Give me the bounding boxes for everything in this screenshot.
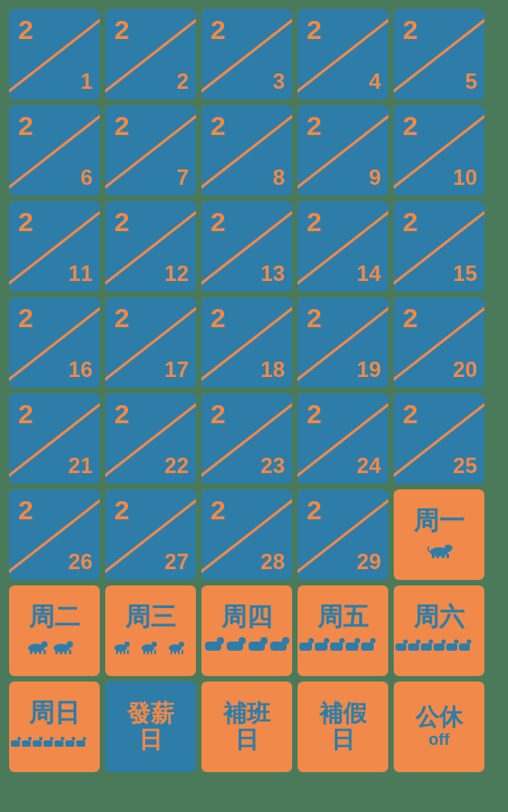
month-label: 2 <box>18 112 34 140</box>
month-label: 2 <box>403 16 418 44</box>
special-label-makeUpWork: 補班日 <box>223 701 270 752</box>
day-label: 11 <box>68 263 93 285</box>
date-tile-22: 2 22 <box>105 393 196 484</box>
svg-rect-63 <box>446 643 457 651</box>
day-label: 21 <box>68 455 93 477</box>
date-tile-13: 2 13 <box>201 201 292 292</box>
svg-rect-5 <box>446 554 449 558</box>
date-tile-15: 2 15 <box>394 201 484 292</box>
svg-point-8 <box>42 642 48 648</box>
svg-point-26 <box>151 642 157 647</box>
weekday-tile-thursday: 周四 <box>201 585 292 676</box>
animal-icon-saturday <box>396 634 483 658</box>
animal-icon-tuesday <box>18 636 91 658</box>
day-label: 22 <box>164 455 189 477</box>
svg-rect-11 <box>39 651 42 654</box>
month-label: 2 <box>210 304 226 332</box>
day-label: 7 <box>177 167 189 188</box>
date-tile-29: 2 29 <box>298 489 388 580</box>
special-label-makeUpHoliday: 補假日 <box>319 701 366 752</box>
svg-rect-4 <box>442 555 444 558</box>
special-tile-makeUpHoliday: 補假日 <box>298 682 388 772</box>
off-label: off <box>429 730 450 749</box>
weekday-label-wednesday: 周三 <box>125 604 176 632</box>
svg-rect-53 <box>361 643 374 651</box>
month-label: 2 <box>18 401 34 428</box>
svg-rect-28 <box>147 651 149 654</box>
svg-point-76 <box>61 737 64 740</box>
month-label: 2 <box>307 16 322 44</box>
svg-point-48 <box>324 638 329 643</box>
day-label: 27 <box>164 551 189 573</box>
svg-rect-67 <box>11 740 20 747</box>
svg-point-44 <box>282 637 289 644</box>
svg-rect-55 <box>396 643 406 651</box>
date-tile-7: 2 7 <box>105 105 196 196</box>
special-label-publicHoliday: 公休 <box>415 704 463 730</box>
svg-rect-79 <box>76 740 85 747</box>
animal-icon-monday <box>417 540 461 562</box>
svg-point-80 <box>83 737 86 740</box>
month-label: 2 <box>307 497 322 524</box>
day-label: 29 <box>357 551 381 573</box>
month-label: 2 <box>210 208 226 236</box>
day-label: 23 <box>260 455 285 477</box>
date-tile-4: 2 4 <box>298 9 388 100</box>
svg-point-78 <box>72 737 75 740</box>
date-tile-11: 2 11 <box>9 201 100 292</box>
weekday-label-saturday: 周六 <box>414 604 464 632</box>
day-label: 4 <box>369 71 381 92</box>
svg-point-38 <box>217 637 224 644</box>
month-label: 2 <box>307 112 322 140</box>
svg-point-6 <box>449 546 453 549</box>
date-tile-23: 2 23 <box>201 393 292 484</box>
day-label: 1 <box>81 71 93 92</box>
date-tile-21: 2 21 <box>9 393 100 484</box>
date-tile-19: 2 19 <box>298 297 388 388</box>
day-label: 2 <box>177 71 189 92</box>
svg-rect-73 <box>44 740 53 747</box>
weekday-label-sunday: 周日 <box>29 700 80 728</box>
svg-point-52 <box>355 638 360 643</box>
month-label: 2 <box>18 208 34 236</box>
svg-point-56 <box>404 640 408 644</box>
svg-rect-22 <box>120 651 122 654</box>
month-label: 2 <box>403 304 418 332</box>
svg-point-14 <box>67 642 73 648</box>
svg-rect-59 <box>421 643 432 651</box>
weekday-tile-tuesday: 周二 <box>9 585 100 676</box>
month-label: 2 <box>307 401 322 428</box>
date-tile-18: 2 18 <box>201 297 292 388</box>
day-label: 25 <box>453 455 477 477</box>
weekday-tile-saturday: 周六 <box>394 585 484 676</box>
day-label: 24 <box>357 455 381 477</box>
special-label-payDay: 發薪日 <box>127 701 174 752</box>
month-label: 2 <box>403 208 418 236</box>
svg-rect-45 <box>299 643 312 651</box>
month-label: 2 <box>210 112 226 140</box>
date-tile-12: 2 12 <box>105 201 196 292</box>
svg-point-50 <box>339 638 345 643</box>
svg-rect-47 <box>315 643 327 651</box>
weekday-label-tuesday: 周二 <box>29 604 80 632</box>
animal-icon-sunday <box>11 730 98 754</box>
date-tile-16: 2 16 <box>9 297 100 388</box>
svg-rect-18 <box>69 650 72 654</box>
month-label: 2 <box>114 16 130 44</box>
month-label: 2 <box>403 112 418 140</box>
date-tile-8: 2 8 <box>201 105 292 196</box>
svg-rect-49 <box>330 643 343 651</box>
date-tile-10: 2 10 <box>394 105 484 196</box>
svg-rect-57 <box>408 643 419 651</box>
svg-point-46 <box>308 638 314 643</box>
svg-point-74 <box>50 737 54 740</box>
svg-point-60 <box>429 640 434 644</box>
svg-point-64 <box>454 640 459 644</box>
special-tile-publicHoliday: 公休 off <box>394 682 484 772</box>
weekday-tile-monday: 周一 <box>394 489 484 580</box>
date-tile-1: 2 1 <box>9 9 100 100</box>
day-label: 19 <box>357 359 381 381</box>
date-tile-9: 2 9 <box>298 105 388 196</box>
svg-point-20 <box>124 642 130 647</box>
svg-rect-29 <box>151 651 152 654</box>
